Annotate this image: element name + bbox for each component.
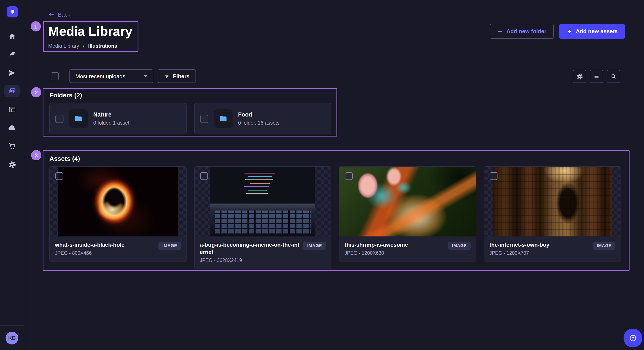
filters-label: Filters [173, 73, 190, 79]
add-new-assets-label: Add new assets [576, 28, 618, 34]
sidebar-item-releases[interactable] [4, 66, 20, 79]
media-library-icon [8, 87, 16, 95]
asset-title: a-bug-is-becoming-a-meme-on-the-internet [200, 242, 300, 256]
sidebar-item-marketplace[interactable] [4, 140, 20, 152]
asset-thumbnail-area [340, 167, 476, 236]
help-button[interactable]: ? [624, 329, 642, 348]
folder-card-food[interactable]: Food 0 folder, 16 assets [194, 103, 331, 134]
folder-tile [69, 109, 88, 128]
asset-checkbox[interactable] [490, 172, 498, 180]
breadcrumb-parent[interactable]: Media Library [48, 43, 79, 49]
strapi-logo[interactable] [7, 6, 18, 17]
select-all-checkbox[interactable] [51, 72, 59, 80]
svg-text:?: ? [632, 336, 634, 341]
folder-icon [74, 114, 83, 123]
list-icon [593, 73, 600, 80]
annotation-number: 1 [34, 23, 37, 29]
folder-name: Nature [93, 111, 129, 118]
asset-thumbnail-area [50, 167, 186, 236]
mantis-shrimp-photo [339, 167, 476, 236]
user-avatar[interactable]: KD [6, 332, 18, 345]
folder-checkbox[interactable] [200, 115, 208, 123]
chevron-down-icon [144, 75, 147, 77]
asset-checkbox[interactable] [55, 172, 63, 180]
feather-icon [8, 50, 16, 58]
plus-icon [497, 28, 503, 34]
asset-meta: JPEG - 800X466 [55, 250, 124, 256]
black-hole-photo [58, 167, 178, 236]
asset-card-shrimp[interactable]: this-shrimp-is-awesome JPEG - 1200X630 I… [339, 166, 476, 262]
folder-tile [214, 109, 232, 128]
annotation-marker-3: 3 [31, 150, 41, 160]
asset-meta: JPEG - 3628X2419 [200, 258, 300, 263]
assets-heading: Assets (4) [50, 155, 80, 162]
sort-select[interactable]: Most recent uploads [70, 69, 153, 83]
add-new-assets-button[interactable]: Add new assets [559, 24, 625, 39]
asset-card-black-hole[interactable]: what-s-inside-a-black-hole JPEG - 800X46… [50, 166, 186, 262]
search-icon [610, 73, 617, 80]
folder-checkbox[interactable] [55, 115, 64, 123]
breadcrumb: Media Library / Illustrations [48, 43, 132, 49]
search-button[interactable] [607, 70, 620, 83]
home-icon [8, 32, 16, 40]
asset-title: this-shrimp-is-awesome [344, 242, 408, 249]
asset-meta: JPEG - 1200X707 [490, 250, 550, 256]
asset-checkbox[interactable] [200, 172, 208, 180]
asset-meta: JPEG - 1200X630 [344, 250, 408, 256]
folders-heading: Folders (2) [50, 91, 82, 99]
asset-footer: what-s-inside-a-black-hole JPEG - 800X46… [50, 236, 186, 262]
annotation-marker-2: 2 [31, 87, 41, 97]
asset-type-badge: IMAGE [158, 242, 181, 250]
back-label: Back [58, 11, 70, 18]
filter-icon [164, 73, 170, 79]
laptop-code-photo [210, 167, 315, 236]
asset-card-bug-meme[interactable]: a-bug-is-becoming-a-meme-on-the-internet… [194, 166, 331, 269]
add-new-folder-button[interactable]: Add new folder [490, 24, 554, 39]
sort-select-value: Most recent uploads [76, 73, 125, 79]
layout-icon [8, 105, 16, 113]
sidebar-item-media-library[interactable] [4, 85, 20, 97]
annotation-marker-1: 1 [31, 21, 41, 31]
asset-checkbox[interactable] [345, 172, 353, 180]
strapi-logo-icon [8, 8, 16, 16]
gear-icon [576, 73, 583, 80]
cart-icon [8, 142, 16, 150]
breadcrumb-separator: / [83, 43, 84, 49]
cloud-icon [8, 124, 16, 132]
question-mark-icon: ? [628, 334, 638, 343]
view-settings-button[interactable] [573, 70, 586, 83]
paper-plane-icon [8, 69, 16, 77]
list-view-button[interactable] [590, 70, 603, 83]
app-root: KD Back Media Library Media Library / Il… [0, 0, 644, 350]
sidebar-item-content-manager[interactable] [4, 48, 20, 61]
asset-card-internets-own-boy[interactable]: the-internet-s-own-boy JPEG - 1200X707 I… [484, 166, 621, 262]
sidebar-item-content-type-builder[interactable] [4, 103, 20, 116]
breadcrumb-current: Illustrations [88, 43, 117, 49]
folder-meta: 0 folder, 16 assets [238, 120, 280, 126]
folder-icon [218, 114, 228, 123]
asset-footer: a-bug-is-becoming-a-meme-on-the-internet… [195, 236, 331, 269]
folders-grid: Nature 0 folder, 1 asset Food 0 folder, … [50, 103, 331, 134]
avatar-initials: KD [8, 335, 16, 341]
asset-footer: this-shrimp-is-awesome JPEG - 1200X630 I… [340, 236, 476, 262]
header-actions: Add new folder Add new assets [490, 24, 625, 39]
arrow-left-icon [48, 11, 54, 18]
asset-title: the-internet-s-own-boy [490, 242, 550, 249]
asset-title: what-s-inside-a-black-hole [55, 242, 124, 249]
asset-thumbnail-area [195, 167, 331, 236]
sidebar-item-deploy[interactable] [4, 121, 20, 134]
filters-button[interactable]: Filters [158, 69, 196, 83]
asset-thumbnail-area [484, 167, 620, 236]
sidebar-nav [0, 30, 24, 171]
folder-card-nature[interactable]: Nature 0 folder, 1 asset [50, 103, 186, 134]
assets-grid: what-s-inside-a-black-hole JPEG - 800X46… [50, 166, 621, 269]
sidebar-item-settings[interactable] [4, 158, 20, 171]
gear-icon [8, 160, 16, 168]
add-new-folder-label: Add new folder [506, 28, 546, 34]
asset-type-badge: IMAGE [303, 242, 326, 250]
plus-icon [566, 28, 572, 34]
back-link[interactable]: Back [48, 11, 70, 18]
sidebar-item-home[interactable] [4, 30, 20, 42]
sidebar: KD [0, 0, 24, 350]
asset-type-badge: IMAGE [593, 242, 616, 250]
